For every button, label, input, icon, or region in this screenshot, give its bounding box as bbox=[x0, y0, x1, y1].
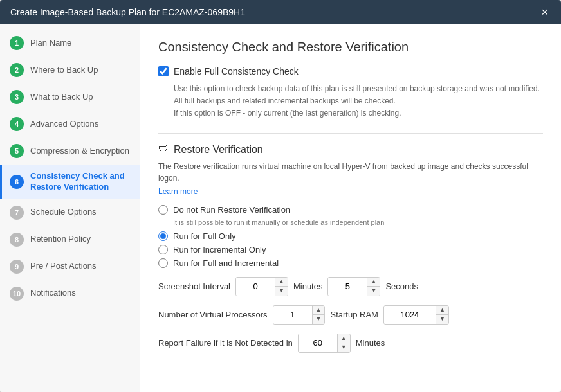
enable-consistency-check-row: Enable Full Consistency Check bbox=[158, 66, 543, 76]
startup-ram-input[interactable] bbox=[384, 306, 436, 324]
sidebar-item-label-3: What to Back Up bbox=[30, 92, 93, 103]
startup-ram-down[interactable]: ▼ bbox=[436, 315, 448, 324]
screenshot-interval-minutes-group: ▲ ▼ bbox=[235, 277, 288, 296]
screenshot-interval-seconds-up[interactable]: ▲ bbox=[367, 278, 380, 287]
screenshot-interval-minutes-up[interactable]: ▲ bbox=[275, 278, 288, 287]
sidebar-item-label-4: Advanced Options bbox=[30, 119, 98, 130]
radio-no-run-label[interactable]: Do not Run Restore Verification bbox=[173, 205, 290, 215]
report-failure-spin: ▲ ▼ bbox=[337, 334, 350, 352]
radio-run-incremental-label[interactable]: Run for Incremental Only bbox=[173, 245, 266, 254]
dialog-header: Create Image-Based Backup Plan for EC2AM… bbox=[0, 0, 561, 24]
startup-ram-up[interactable]: ▲ bbox=[436, 306, 448, 315]
radio-run-incremental[interactable] bbox=[158, 245, 168, 254]
section-divider bbox=[158, 133, 543, 134]
sidebar-item-label-1: Plan Name bbox=[30, 38, 71, 49]
info-line-3: If this option is OFF - only current (th… bbox=[174, 107, 543, 120]
sidebar-item-6[interactable]: 6Consistency Check and Restore Verificat… bbox=[0, 165, 140, 199]
sidebar-item-1[interactable]: 1Plan Name bbox=[0, 30, 140, 57]
virtual-processors-label: Number of Virtual Processors bbox=[158, 310, 268, 319]
dialog-title: Create Image-Based Backup Plan for EC2AM… bbox=[10, 7, 245, 17]
sidebar-item-5[interactable]: 5Compression & Encryption bbox=[0, 138, 140, 165]
screenshot-interval-row: Screenshot Interval ▲ ▼ Minutes ▲ ▼ bbox=[158, 277, 543, 296]
sidebar-item-label-2: Where to Back Up bbox=[30, 65, 98, 76]
step-badge-8: 8 bbox=[10, 233, 24, 247]
screenshot-interval-minutes-spin: ▲ ▼ bbox=[275, 278, 288, 296]
sidebar-item-8[interactable]: 8Retention Policy bbox=[0, 226, 140, 253]
screenshot-interval-seconds-unit: Seconds bbox=[385, 281, 418, 291]
radio-no-run[interactable] bbox=[158, 205, 168, 215]
screenshot-interval-minutes-down[interactable]: ▼ bbox=[275, 287, 288, 296]
step-badge-6: 6 bbox=[10, 175, 24, 189]
sidebar-item-label-9: Pre / Post Actions bbox=[30, 261, 97, 272]
consistency-check-info: Use this option to check backup data of … bbox=[174, 83, 543, 120]
virtual-processors-group: ▲ ▼ bbox=[273, 305, 326, 325]
radio-run-full-incremental-label[interactable]: Run for Full and Incremental bbox=[173, 258, 279, 268]
screenshot-interval-seconds-input[interactable] bbox=[328, 278, 367, 296]
restore-verification-title-row: 🛡 Restore Verification bbox=[158, 144, 543, 156]
screenshot-interval-seconds-group: ▲ ▼ bbox=[327, 277, 380, 296]
screenshot-interval-seconds-spin: ▲ ▼ bbox=[367, 278, 380, 296]
step-badge-7: 7 bbox=[10, 206, 24, 220]
sidebar-item-label-10: Notifications bbox=[30, 288, 76, 299]
virtual-processors-spin: ▲ ▼ bbox=[312, 306, 325, 324]
page-title: Consistency Check and Restore Verificati… bbox=[158, 40, 543, 55]
restore-verification-title: Restore Verification bbox=[174, 144, 263, 156]
radio-run-full-incremental[interactable] bbox=[158, 258, 168, 268]
report-failure-input[interactable] bbox=[299, 334, 337, 352]
restore-verification-description: The Restore verification runs virtual ma… bbox=[158, 161, 543, 184]
step-badge-4: 4 bbox=[10, 117, 24, 131]
main-content: Consistency Check and Restore Verificati… bbox=[140, 24, 561, 392]
step-badge-1: 1 bbox=[10, 36, 24, 50]
virtual-processors-down[interactable]: ▼ bbox=[313, 315, 325, 324]
sidebar-item-label-7: Schedule Options bbox=[30, 207, 97, 218]
sidebar-item-label-6: Consistency Check and Restore Verificati… bbox=[30, 171, 132, 193]
sidebar: 1Plan Name2Where to Back Up3What to Back… bbox=[0, 24, 140, 392]
enable-full-consistency-check-label[interactable]: Enable Full Consistency Check bbox=[174, 66, 299, 76]
screenshot-interval-minutes-input[interactable] bbox=[236, 278, 275, 296]
sidebar-item-3[interactable]: 3What to Back Up bbox=[0, 84, 140, 111]
shield-icon: 🛡 bbox=[158, 144, 169, 156]
step-badge-2: 2 bbox=[10, 63, 24, 77]
close-button[interactable]: × bbox=[538, 6, 551, 18]
report-failure-row: Report Failure if it is Not Detected in … bbox=[158, 334, 543, 353]
dialog: Create Image-Based Backup Plan for EC2AM… bbox=[0, 0, 561, 392]
learn-more-link[interactable]: Learn more bbox=[158, 187, 198, 196]
step-badge-3: 3 bbox=[10, 90, 24, 104]
sidebar-item-7[interactable]: 7Schedule Options bbox=[0, 199, 140, 226]
info-line-1: Use this option to check backup data of … bbox=[174, 83, 543, 95]
report-failure-unit: Minutes bbox=[356, 338, 385, 348]
sidebar-item-4[interactable]: 4Advanced Options bbox=[0, 111, 140, 138]
radio-run-full[interactable] bbox=[158, 231, 168, 241]
startup-ram-spin: ▲ ▼ bbox=[436, 306, 448, 324]
startup-ram-label: Startup RAM bbox=[330, 310, 378, 319]
virtual-processors-row: Number of Virtual Processors ▲ ▼ Startup… bbox=[158, 305, 543, 325]
dialog-body: 1Plan Name2Where to Back Up3What to Back… bbox=[0, 24, 561, 392]
radio-run-full-row: Run for Full Only bbox=[158, 231, 543, 241]
report-failure-down[interactable]: ▼ bbox=[338, 343, 350, 352]
virtual-processors-input[interactable] bbox=[273, 306, 312, 324]
startup-ram-group: ▲ ▼ bbox=[383, 305, 449, 325]
radio-run-full-incremental-row: Run for Full and Incremental bbox=[158, 258, 543, 268]
report-failure-group: ▲ ▼ bbox=[298, 334, 351, 353]
sidebar-item-label-8: Retention Policy bbox=[30, 234, 91, 245]
sidebar-item-label-5: Compression & Encryption bbox=[30, 146, 129, 157]
sidebar-item-10[interactable]: 10Notifications bbox=[0, 280, 140, 307]
info-line-2: All full backups and related incremental… bbox=[174, 95, 543, 107]
step-badge-9: 9 bbox=[10, 260, 24, 274]
step-badge-10: 10 bbox=[10, 287, 24, 301]
screenshot-interval-label: Screenshot Interval bbox=[158, 281, 230, 291]
report-failure-label: Report Failure if it is Not Detected in bbox=[158, 338, 293, 348]
step-badge-5: 5 bbox=[10, 144, 24, 158]
enable-full-consistency-check-checkbox[interactable] bbox=[158, 66, 169, 76]
sidebar-item-9[interactable]: 9Pre / Post Actions bbox=[0, 253, 140, 280]
radio-run-incremental-row: Run for Incremental Only bbox=[158, 245, 543, 254]
radio-no-run-hint: It is still possible to run it manually … bbox=[173, 218, 543, 226]
radio-run-full-label[interactable]: Run for Full Only bbox=[173, 231, 236, 241]
screenshot-interval-seconds-down[interactable]: ▼ bbox=[367, 287, 380, 296]
virtual-processors-up[interactable]: ▲ bbox=[313, 306, 325, 315]
report-failure-up[interactable]: ▲ bbox=[338, 334, 350, 343]
sidebar-item-2[interactable]: 2Where to Back Up bbox=[0, 57, 140, 84]
radio-no-run-row: Do not Run Restore Verification bbox=[158, 205, 543, 215]
screenshot-interval-minutes-unit: Minutes bbox=[293, 281, 323, 291]
